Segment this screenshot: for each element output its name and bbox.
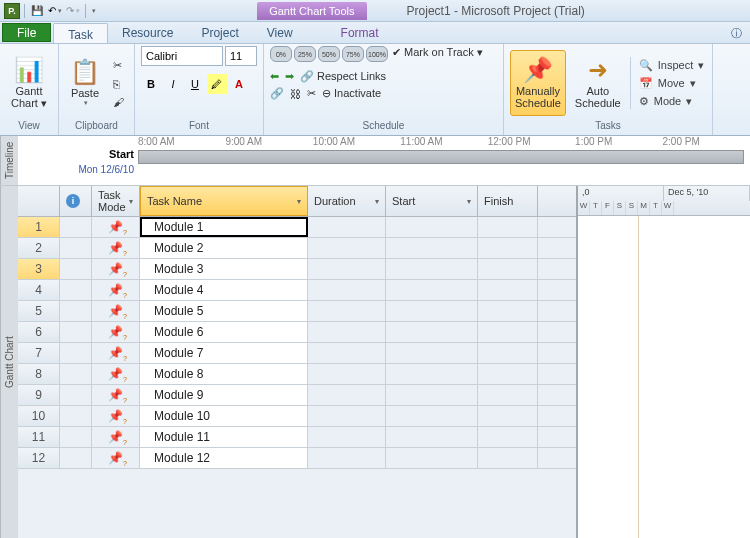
sheet-body[interactable]: 1📌Module 12📌Module 23📌Module 34📌Module 4…	[18, 217, 576, 538]
col-duration[interactable]: Duration▾	[308, 186, 386, 216]
font-name-select[interactable]	[141, 46, 223, 66]
cell-mode[interactable]: 📌	[92, 448, 140, 468]
cell-mode[interactable]: 📌	[92, 217, 140, 237]
cell-duration[interactable]	[308, 280, 386, 300]
redo-icon[interactable]: ↷▾	[65, 3, 81, 19]
save-icon[interactable]: 💾	[29, 3, 45, 19]
cell-info[interactable]	[60, 448, 92, 468]
pct-25-button[interactable]: 25%	[294, 46, 316, 62]
cell-duration[interactable]	[308, 406, 386, 426]
cell-finish[interactable]	[478, 364, 538, 384]
pct-0-button[interactable]: 0%	[270, 46, 292, 62]
table-row[interactable]: 8📌Module 8	[18, 364, 576, 385]
col-finish[interactable]: Finish	[478, 186, 538, 216]
table-row[interactable]: 4📌Module 4	[18, 280, 576, 301]
gantt-chart-area[interactable]: ,0 Dec 5, '10 WTFSSMTW	[578, 186, 750, 538]
underline-button[interactable]: U	[185, 74, 205, 94]
cell-info[interactable]	[60, 364, 92, 384]
tab-resource[interactable]: Resource	[108, 22, 187, 43]
row-number[interactable]: 4	[18, 280, 60, 300]
row-number[interactable]: 12	[18, 448, 60, 468]
pct-75-button[interactable]: 75%	[342, 46, 364, 62]
cell-task-name[interactable]: Module 9	[140, 385, 308, 405]
cell-duration[interactable]	[308, 343, 386, 363]
inactivate-button[interactable]: ⊖ Inactivate	[322, 87, 381, 100]
mode-button[interactable]: ⚙ Mode ▾	[637, 93, 706, 109]
cell-finish[interactable]	[478, 238, 538, 258]
table-row[interactable]: 3📌Module 3	[18, 259, 576, 280]
pct-100-button[interactable]: 100%	[366, 46, 388, 62]
tab-file[interactable]: File	[2, 23, 51, 42]
fontcolor-button[interactable]: A	[229, 74, 249, 94]
cell-finish[interactable]	[478, 406, 538, 426]
row-number[interactable]: 8	[18, 364, 60, 384]
cell-info[interactable]	[60, 322, 92, 342]
cell-mode[interactable]: 📌	[92, 238, 140, 258]
col-start[interactable]: Start▾	[386, 186, 478, 216]
cell-finish[interactable]	[478, 343, 538, 363]
cell-duration[interactable]	[308, 448, 386, 468]
tab-format[interactable]: Format	[327, 22, 393, 43]
cell-duration[interactable]	[308, 427, 386, 447]
cell-start[interactable]	[386, 427, 478, 447]
cell-finish[interactable]	[478, 322, 538, 342]
cell-duration[interactable]	[308, 301, 386, 321]
table-row[interactable]: 6📌Module 6	[18, 322, 576, 343]
cell-task-name[interactable]: Module 3	[140, 259, 308, 279]
cell-duration[interactable]	[308, 322, 386, 342]
cell-finish[interactable]	[478, 280, 538, 300]
row-number[interactable]: 1	[18, 217, 60, 237]
cell-mode[interactable]: 📌	[92, 259, 140, 279]
ribbon-help-icon[interactable]: ⓘ	[723, 22, 750, 43]
cell-info[interactable]	[60, 343, 92, 363]
cell-mode[interactable]: 📌	[92, 406, 140, 426]
cell-mode[interactable]: 📌	[92, 427, 140, 447]
cell-mode[interactable]: 📌	[92, 343, 140, 363]
cell-task-name[interactable]: Module 7	[140, 343, 308, 363]
copy-button[interactable]: ⎘	[109, 76, 128, 92]
col-info[interactable]: i	[60, 186, 92, 216]
italic-button[interactable]: I	[163, 74, 183, 94]
cell-task-name[interactable]: Module 4	[140, 280, 308, 300]
cell-finish[interactable]	[478, 259, 538, 279]
gantt-bars-area[interactable]	[578, 216, 750, 538]
table-row[interactable]: 9📌Module 9	[18, 385, 576, 406]
cell-start[interactable]	[386, 448, 478, 468]
mark-on-track-button[interactable]: ✔ Mark on Track ▾	[392, 46, 483, 62]
row-number[interactable]: 2	[18, 238, 60, 258]
respect-links-button[interactable]: 🔗 Respect Links	[300, 70, 386, 83]
row-number[interactable]: 6	[18, 322, 60, 342]
cell-info[interactable]	[60, 280, 92, 300]
table-row[interactable]: 7📌Module 7	[18, 343, 576, 364]
cell-start[interactable]	[386, 406, 478, 426]
timeline-tab[interactable]: Timeline	[0, 136, 18, 185]
cell-start[interactable]	[386, 343, 478, 363]
cell-task-name[interactable]: Module 10	[140, 406, 308, 426]
table-row[interactable]: 10📌Module 10	[18, 406, 576, 427]
row-number[interactable]: 10	[18, 406, 60, 426]
table-row[interactable]: 12📌Module 12	[18, 448, 576, 469]
cell-task-name[interactable]: Module 8	[140, 364, 308, 384]
cell-task-name[interactable]: Module 12	[140, 448, 308, 468]
link-button[interactable]: 🔗	[270, 87, 284, 100]
cell-duration[interactable]	[308, 259, 386, 279]
tab-project[interactable]: Project	[187, 22, 252, 43]
cell-finish[interactable]	[478, 217, 538, 237]
bgcolor-button[interactable]: 🖉	[207, 74, 227, 94]
cell-start[interactable]	[386, 301, 478, 321]
format-painter-button[interactable]: 🖌	[109, 94, 128, 110]
font-size-select[interactable]	[225, 46, 257, 66]
table-row[interactable]: 1📌Module 1	[18, 217, 576, 238]
cell-info[interactable]	[60, 217, 92, 237]
cell-finish[interactable]	[478, 385, 538, 405]
outdent-button[interactable]: ⬅	[270, 70, 279, 83]
row-number[interactable]: 9	[18, 385, 60, 405]
cell-mode[interactable]: 📌	[92, 280, 140, 300]
auto-schedule-button[interactable]: ➜ AutoSchedule	[570, 50, 626, 116]
cell-info[interactable]	[60, 427, 92, 447]
cell-start[interactable]	[386, 238, 478, 258]
cell-duration[interactable]	[308, 217, 386, 237]
indent-button[interactable]: ➡	[285, 70, 294, 83]
tab-view[interactable]: View	[253, 22, 307, 43]
inspect-button[interactable]: 🔍 Inspect ▾	[637, 57, 706, 73]
